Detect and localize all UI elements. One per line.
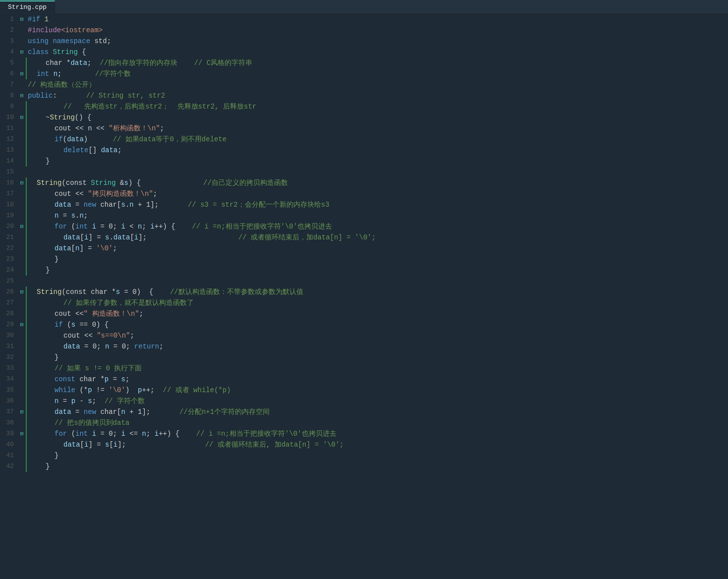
line-number: 17 [0,188,18,199]
fold-indicator [18,156,26,167]
line-number: 6 [0,68,18,79]
fold-indicator [18,396,26,406]
indent-bar [26,112,44,123]
fold-indicator [18,439,26,450]
line-content: // 构造函数（公开） [26,79,728,90]
line-number: 20 [0,221,18,232]
fold-indicator [18,210,26,221]
table-row: 2 #include<iostream> [0,25,728,36]
fold-indicator [18,363,26,374]
indent-bar [26,254,53,265]
fold-indicator[interactable]: ⊟ [18,14,26,25]
fold-indicator[interactable]: ⊟ [18,90,26,101]
line-number: 7 [0,79,18,90]
line-content: data[i] = s.data[i]; // 或者循环结束后，加data[n]… [61,232,728,243]
table-row: 36 n = p - s; // 字符个数 [0,396,728,406]
fold-indicator [18,25,26,36]
line-number: 5 [0,58,18,68]
line-number: 13 [0,145,18,156]
fold-indicator[interactable]: ⊟ [18,68,26,79]
table-row: 21 data[i] = s.data[i]; // 或者循环结束后，加data… [0,232,728,243]
fold-indicator [18,374,26,385]
indent-bar [26,461,44,472]
line-content: class String { [26,47,728,58]
line-content: } [44,265,728,276]
table-row: 9 // 先构造str，后构造str2； 先释放str2, 后释放str [0,101,728,112]
line-number: 11 [0,123,18,134]
fold-indicator[interactable]: ⊟ [18,319,26,330]
line-number: 9 [0,101,18,112]
line-content: for (int i = 0; i <= n; i++) { // i =n;相… [53,428,728,439]
table-row: 34 const char *p = s; [0,374,728,385]
line-number: 29 [0,319,18,330]
editor-wrapper: 1⊟#if 12 #include<iostream>3 using names… [0,14,728,579]
fold-indicator[interactable]: ⊟ [18,406,26,417]
indent-bar [26,363,53,374]
table-row: 30 cout << "s==0\n"; [0,330,728,341]
table-row: 35 while (*p != '\0') p++; // 或者 while(*… [0,385,728,396]
table-row: 28 cout <<" 构造函数！\n"; [0,308,728,319]
indent-bar [26,145,61,156]
table-row: 18 data = new char[s.n + 1]; // s3 = str… [0,199,728,210]
table-row: 4⊟class String { [0,47,728,58]
fold-indicator [18,134,26,145]
line-content: int n; //字符个数 [35,68,728,79]
line-number: 30 [0,330,18,341]
line-content: } [53,254,728,265]
table-row: 25 [0,276,728,287]
table-row: 39⊟for (int i = 0; i <= n; i++) { // i =… [0,428,728,439]
indent-bar [26,265,44,276]
indent-bar [26,199,53,210]
fold-indicator[interactable]: ⊟ [18,112,26,123]
fold-indicator [18,188,26,199]
table-row: 10⊟~String() { [0,112,728,123]
fold-indicator [18,254,26,265]
fold-indicator [18,341,26,352]
table-row: 19 n = s.n; [0,210,728,221]
fold-indicator[interactable]: ⊟ [18,47,26,58]
line-content: public: // String str, str2 [26,90,728,101]
indent-bar [26,210,53,221]
table-row: 17 cout << "拷贝构造函数！\n"; [0,188,728,199]
line-number: 12 [0,134,18,145]
fold-indicator [18,450,26,461]
table-row: 1⊟#if 1 [0,14,728,25]
indent-bar [26,417,53,428]
line-number: 15 [0,167,18,177]
indent-bar [26,134,53,145]
line-number: 42 [0,461,18,472]
line-number: 10 [0,112,18,123]
line-number: 41 [0,450,18,461]
indent-bar [26,385,53,396]
line-number: 18 [0,199,18,210]
tab-string-cpp[interactable]: String.cpp [0,0,55,13]
line-number: 4 [0,47,18,58]
line-number: 28 [0,308,18,319]
fold-indicator[interactable]: ⊟ [18,287,26,297]
table-row: 11 cout << n << "析构函数！\n"; [0,123,728,134]
line-content: } [53,450,728,461]
indent-bar [26,68,35,79]
table-row: 22 data[n] = '\0'; [0,243,728,254]
line-content: // 把s的值拷贝到data [53,417,728,428]
table-row: 12 if(data) // 如果data等于0，则不用delete [0,134,728,145]
table-row: 8⊟public: // String str, str2 [0,90,728,101]
indent-bar [26,123,53,134]
line-number: 25 [0,276,18,287]
line-content: String(const char *s = 0) { //默认构造函数：不带参… [35,287,728,297]
fold-indicator[interactable]: ⊟ [18,177,26,188]
fold-indicator[interactable]: ⊟ [18,428,26,439]
indent-bar [26,177,35,188]
indent-bar [26,221,53,232]
line-number: 16 [0,177,18,188]
fold-indicator[interactable]: ⊟ [18,221,26,232]
line-content: while (*p != '\0') p++; // 或者 while(*p) [53,385,728,396]
table-row: 42 } [0,461,728,472]
fold-indicator [18,352,26,363]
table-row: 6⊟int n; //字符个数 [0,68,728,79]
indent-bar [26,101,61,112]
line-content: data = new char[n + 1]; //分配n+1个字符的内存空间 [53,406,728,417]
line-content: if(data) // 如果data等于0，则不用delete [53,134,728,145]
line-number: 8 [0,90,18,101]
table-row: 29⊟if (s == 0) { [0,319,728,330]
